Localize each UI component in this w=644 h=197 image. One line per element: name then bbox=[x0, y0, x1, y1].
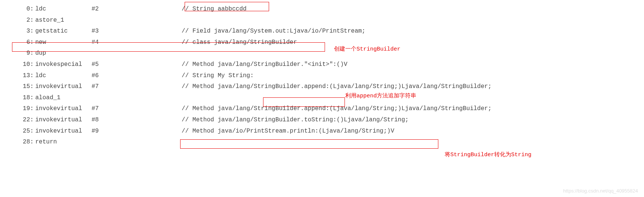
bytecode-line: 19:invokevirtual#7// Method java/lang/St… bbox=[8, 103, 636, 115]
instruction: new bbox=[35, 37, 92, 48]
offset: 6 bbox=[8, 37, 30, 48]
arg: #2 bbox=[92, 4, 182, 15]
arg: #3 bbox=[92, 26, 182, 37]
bytecode-line: 18:aload_1 bbox=[8, 93, 636, 104]
bytecode-line: 25:invokevirtual#9// Method java/io/Prin… bbox=[8, 126, 636, 137]
instruction: invokevirtual bbox=[35, 115, 92, 126]
offset: 2 bbox=[8, 15, 30, 26]
annotation: 将StringBuilder转化为String bbox=[445, 150, 531, 160]
offset: 18 bbox=[8, 93, 30, 104]
arg: #7 bbox=[92, 103, 182, 115]
offset: 13 bbox=[8, 70, 30, 82]
comment: // class java/lang/StringBuilder bbox=[182, 37, 297, 48]
instruction: ldc bbox=[35, 70, 92, 82]
comment: // String aabbccdd bbox=[182, 4, 247, 15]
instruction: invokespecial bbox=[35, 59, 92, 70]
offset: 25 bbox=[8, 126, 30, 137]
offset: 3 bbox=[8, 26, 30, 37]
watermark: https://blog.csdn.net/qq_40955824 bbox=[563, 187, 638, 196]
arg: #8 bbox=[92, 115, 182, 126]
instruction: return bbox=[35, 137, 92, 148]
offset: 19 bbox=[8, 103, 30, 115]
instruction: dup bbox=[35, 48, 92, 59]
instruction: getstatic bbox=[35, 26, 92, 37]
instruction: ldc bbox=[35, 4, 92, 15]
arg: #6 bbox=[92, 70, 182, 82]
comment: // Method java/lang/StringBuilder.append… bbox=[182, 81, 492, 93]
arg: #4 bbox=[92, 37, 182, 48]
comment: // Method java/lang/StringBuilder.toStri… bbox=[182, 115, 409, 126]
bytecode-line: 2:astore_1 bbox=[8, 15, 636, 26]
arg: #5 bbox=[92, 59, 182, 70]
offset: 28 bbox=[8, 137, 30, 148]
comment: // Method java/lang/StringBuilder."<init… bbox=[182, 59, 348, 70]
bytecode-line: 9:dup bbox=[8, 48, 636, 59]
offset: 15 bbox=[8, 81, 30, 93]
offset: 9 bbox=[8, 48, 30, 59]
bytecode-line: 0:ldc#2// String aabbccdd bbox=[8, 4, 636, 15]
comment: // String My String: bbox=[182, 70, 254, 82]
bytecode-line: 10:invokespecial#5// Method java/lang/St… bbox=[8, 59, 636, 70]
bytecode-line: 13:ldc#6// String My String: bbox=[8, 70, 636, 82]
instruction: invokevirtual bbox=[35, 126, 92, 137]
offset: 0 bbox=[8, 4, 30, 15]
comment: // Method java/lang/StringBuilder.append… bbox=[182, 103, 492, 115]
arg: #7 bbox=[92, 81, 182, 93]
bytecode-line: 15:invokevirtual#7// Method java/lang/St… bbox=[8, 81, 636, 93]
bytecode-line: 22:invokevirtual#8// Method java/lang/St… bbox=[8, 115, 636, 126]
offset: 22 bbox=[8, 115, 30, 126]
instruction: invokevirtual bbox=[35, 81, 92, 93]
comment: // Method java/io/PrintStream.println:(L… bbox=[182, 126, 394, 137]
bytecode-line: 6:new#4// class java/lang/StringBuilder bbox=[8, 37, 636, 48]
bytecode-line: 28:return bbox=[8, 137, 636, 148]
offset: 10 bbox=[8, 59, 30, 70]
instruction: astore_1 bbox=[35, 15, 92, 26]
instruction: invokevirtual bbox=[35, 103, 92, 115]
bytecode-line: 3:getstatic#3// Field java/lang/System.o… bbox=[8, 26, 636, 37]
comment: // Field java/lang/System.out:Ljava/io/P… bbox=[182, 26, 366, 37]
arg: #9 bbox=[92, 126, 182, 137]
instruction: aload_1 bbox=[35, 93, 92, 104]
